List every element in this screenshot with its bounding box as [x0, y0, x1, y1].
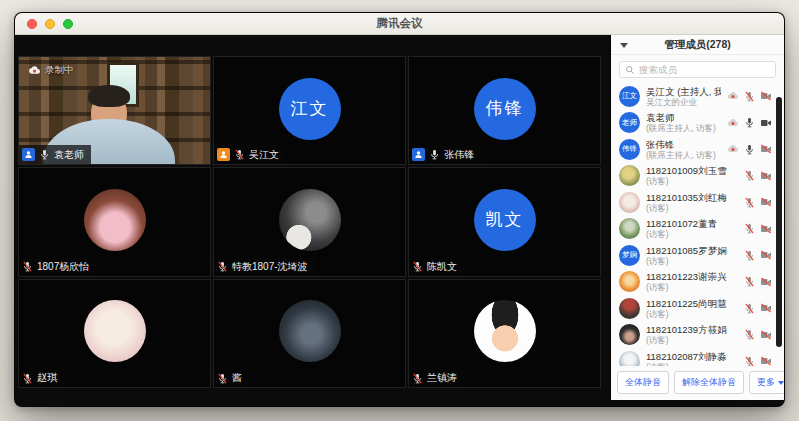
member-row[interactable]: 老师 袁老师 (联席主持人, 访客): [611, 110, 784, 137]
member-row[interactable]: 1182102087刘静淼 (访客): [611, 348, 784, 366]
member-avatar: [619, 271, 640, 292]
member-mic-icon[interactable]: [744, 117, 755, 128]
member-role: (访客): [646, 203, 738, 213]
video-grid: 录制中 袁老师 江文: [18, 56, 601, 388]
member-mic-icon[interactable]: [744, 170, 755, 181]
participant-label: 陈凯文: [409, 258, 464, 276]
member-row[interactable]: 1182101223谢崇兴 (访客): [611, 269, 784, 296]
member-row[interactable]: 江文 吴江文 (主持人, 我) 吴江文的企业: [611, 83, 784, 110]
window-title: 腾讯会议: [15, 16, 784, 31]
panel-title: 管理成员(278): [664, 38, 731, 52]
meeting-content: 录制中 袁老师 江文: [15, 35, 784, 407]
member-texts: 1182101239方筱娟 (访客): [646, 324, 738, 345]
member-controls: [744, 249, 776, 261]
tile-mic-icon: [412, 261, 423, 272]
member-camera-icon[interactable]: [760, 90, 772, 102]
member-controls: [727, 90, 776, 102]
participant-name: 张伟锋: [444, 149, 474, 161]
mute-all-button[interactable]: 全体静音: [617, 371, 669, 394]
participant-avatar: [84, 189, 146, 251]
member-role: (访客): [646, 176, 738, 186]
member-name: 1182101225尚明慧: [646, 298, 738, 309]
member-name: 1182101035刘红梅: [646, 192, 738, 203]
search-box[interactable]: [619, 61, 776, 78]
more-button[interactable]: 更多: [749, 371, 785, 394]
member-list: 江文 吴江文 (主持人, 我) 吴江文的企业: [611, 83, 784, 366]
participant-name: 酱: [232, 372, 242, 384]
role-badge-icon: [217, 148, 230, 161]
search-input[interactable]: [639, 64, 770, 75]
collapse-panel-icon[interactable]: [620, 43, 628, 48]
member-mic-icon[interactable]: [744, 91, 755, 102]
video-tile[interactable]: 江文 吴江文: [213, 56, 406, 165]
member-mic-icon[interactable]: [744, 303, 755, 314]
participant-label: 张伟锋: [409, 145, 481, 164]
member-camera-icon[interactable]: [760, 117, 772, 129]
member-name: 1182101009刘玉雪: [646, 165, 738, 176]
member-mic-icon[interactable]: [744, 197, 755, 208]
role-badge-icon: [412, 148, 425, 161]
video-tile[interactable]: 赵琪: [18, 279, 211, 388]
scrollbar[interactable]: [776, 97, 782, 347]
member-row[interactable]: 1182101225尚明慧 (访客): [611, 295, 784, 322]
member-controls: [744, 223, 776, 235]
member-role: (访客): [646, 229, 738, 239]
member-mic-icon[interactable]: [744, 329, 755, 340]
video-tile[interactable]: 兰镇涛: [408, 279, 601, 388]
search-area: [611, 55, 784, 83]
member-camera-icon[interactable]: [760, 276, 772, 288]
member-camera-icon[interactable]: [760, 223, 772, 235]
member-mic-icon[interactable]: [744, 276, 755, 287]
video-tile[interactable]: 酱: [213, 279, 406, 388]
participant-name: 赵琪: [37, 372, 57, 384]
member-mic-icon[interactable]: [744, 250, 755, 261]
participant-name: 袁老师: [54, 149, 84, 161]
participant-label: 袁老师: [19, 145, 91, 164]
member-row[interactable]: 1182101072董青 (访客): [611, 216, 784, 243]
member-camera-icon[interactable]: [760, 170, 772, 182]
member-avatar: 梦娴: [619, 245, 640, 266]
video-tile[interactable]: 凯文 陈凯文: [408, 167, 601, 276]
member-camera-icon[interactable]: [760, 329, 772, 341]
cloud-record-icon: [28, 64, 41, 77]
member-mic-icon[interactable]: [744, 356, 755, 366]
video-tile[interactable]: 录制中 袁老师: [18, 56, 211, 165]
member-mic-icon[interactable]: [744, 144, 755, 155]
member-texts: 1182101223谢崇兴 (访客): [646, 271, 738, 292]
member-row[interactable]: 1182101009刘玉雪 (访客): [611, 163, 784, 190]
video-tile[interactable]: 1807杨欣怡: [18, 167, 211, 276]
tile-mic-icon: [217, 261, 228, 272]
member-camera-icon[interactable]: [760, 196, 772, 208]
member-texts: 张伟锋 (联席主持人, 访客): [646, 139, 721, 160]
member-camera-icon[interactable]: [760, 302, 772, 314]
member-role: (访客): [646, 362, 738, 366]
tile-mic-icon: [412, 373, 423, 384]
member-role: (访客): [646, 256, 738, 266]
role-badge-icon: [22, 148, 35, 161]
video-tile[interactable]: 伟锋 张伟锋: [408, 56, 601, 165]
member-avatar: [619, 351, 640, 366]
member-row[interactable]: 1182101035刘红梅 (访客): [611, 189, 784, 216]
member-controls: [744, 196, 776, 208]
unmute-all-button[interactable]: 解除全体静音: [674, 371, 744, 394]
member-controls: [744, 170, 776, 182]
member-texts: 1182101009刘玉雪 (访客): [646, 165, 738, 186]
member-name: 1182101239方筱娟: [646, 324, 738, 335]
member-camera-icon[interactable]: [760, 355, 772, 366]
member-mic-icon[interactable]: [744, 223, 755, 234]
participant-avatar: [279, 300, 341, 362]
tile-mic-icon: [39, 149, 50, 160]
panel-footer: 全体静音 解除全体静音 更多: [611, 366, 784, 400]
member-texts: 1182101035刘红梅 (访客): [646, 192, 738, 213]
member-row[interactable]: 伟锋 张伟锋 (联席主持人, 访客): [611, 136, 784, 163]
member-role: (联席主持人, 访客): [646, 150, 721, 160]
video-tile[interactable]: 特教1807-沈埼波: [213, 167, 406, 276]
cloud-record-icon: [727, 117, 739, 129]
member-camera-icon[interactable]: [760, 143, 772, 155]
chevron-down-icon: [778, 381, 784, 385]
member-camera-icon[interactable]: [760, 249, 772, 261]
participant-label: 酱: [214, 369, 249, 387]
search-icon: [625, 65, 635, 75]
member-row[interactable]: 1182101239方筱娟 (访客): [611, 322, 784, 349]
member-row[interactable]: 梦娴 1182101085罗梦娴 (访客): [611, 242, 784, 269]
